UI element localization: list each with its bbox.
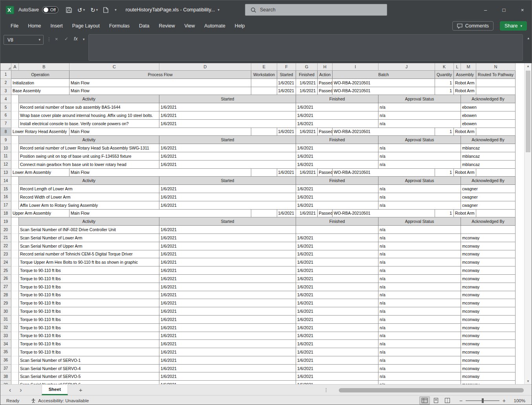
- row-header-39[interactable]: 39: [0, 381, 11, 384]
- row-header-25[interactable]: 25: [0, 266, 11, 275]
- tabbar-more-icon[interactable]: ⋮: [324, 387, 329, 393]
- view-normal-button[interactable]: [419, 396, 430, 405]
- menu-home[interactable]: Home: [23, 21, 46, 31]
- cell-C18[interactable]: Main Flow: [69, 210, 251, 218]
- cell-L2[interactable]: Robot Arm: [454, 79, 476, 87]
- cell-H13[interactable]: Passed: [318, 169, 333, 177]
- cell-A22[interactable]: [11, 242, 19, 250]
- cell-A23[interactable]: [11, 250, 19, 259]
- cell-G2[interactable]: 1/6/2021: [296, 79, 318, 87]
- cell-D26[interactable]: 1/6/2021: [159, 275, 296, 283]
- horizontal-scrollbar[interactable]: [334, 385, 529, 396]
- cell-B10[interactable]: Record serial number of Lower Rotary Hea…: [19, 144, 159, 152]
- cell-D24[interactable]: 1/6/2021: [159, 258, 296, 266]
- function-dropdown-icon[interactable]: ▾: [83, 38, 85, 41]
- cell-A4[interactable]: [11, 95, 19, 103]
- close-button[interactable]: ×: [513, 0, 532, 19]
- row-header-8[interactable]: 8: [0, 128, 11, 136]
- cell-J14[interactable]: Approval Status: [378, 177, 461, 185]
- cell-D15[interactable]: 1/6/2021: [159, 185, 296, 193]
- column-header-K[interactable]: K: [435, 63, 454, 71]
- cell-H3[interactable]: Passed: [318, 87, 333, 95]
- view-page-layout-button[interactable]: [431, 396, 441, 405]
- cell-A30[interactable]: [11, 307, 19, 316]
- menu-file[interactable]: File: [6, 21, 23, 31]
- cell-G20[interactable]: [296, 226, 378, 234]
- redo-button[interactable]: ↻ ▾: [88, 5, 100, 15]
- cell-G28[interactable]: 1/6/2021: [296, 291, 378, 299]
- cell-D14[interactable]: Started: [159, 177, 296, 185]
- cell-J15[interactable]: n/a: [378, 185, 461, 193]
- cell-D5[interactable]: 1/6/2021: [159, 103, 296, 111]
- cell-G13[interactable]: 1/6/2021: [296, 169, 318, 177]
- cell-J25[interactable]: n/a: [378, 266, 461, 275]
- cell-H2[interactable]: Passed: [318, 79, 333, 87]
- cell-D7[interactable]: 1/6/2021: [159, 120, 296, 128]
- row-header-14[interactable]: 14: [0, 177, 11, 185]
- row-header-17[interactable]: 17: [0, 201, 11, 210]
- cell-G31[interactable]: 1/6/2021: [296, 316, 378, 324]
- row-header-35[interactable]: 35: [0, 348, 11, 356]
- cell-H8[interactable]: Passed: [318, 128, 333, 136]
- cell-C13[interactable]: Main Flow: [69, 169, 251, 177]
- cell-J26[interactable]: n/a: [378, 275, 461, 283]
- row-header-7[interactable]: 7: [0, 120, 11, 128]
- cell-A15[interactable]: [11, 185, 19, 193]
- cell-M17[interactable]: cwagner: [461, 201, 516, 210]
- cell-D6[interactable]: 1/6/2021: [159, 111, 296, 120]
- cell-G18[interactable]: 1/6/2021: [296, 210, 318, 218]
- cell-C8[interactable]: Main Flow: [69, 128, 251, 136]
- horizontal-scroll-thumb[interactable]: [339, 388, 524, 392]
- cell-J17[interactable]: n/a: [378, 201, 461, 210]
- menu-page-layout[interactable]: Page Layout: [68, 21, 104, 31]
- cell-A20[interactable]: [11, 226, 19, 234]
- cell-J37[interactable]: n/a: [378, 365, 461, 373]
- cell-D29[interactable]: 1/6/2021: [159, 299, 296, 307]
- row-header-19[interactable]: 19: [0, 217, 11, 226]
- cell-J24[interactable]: n/a: [378, 258, 461, 266]
- cell-A16[interactable]: [11, 193, 19, 201]
- row-header-21[interactable]: 21: [0, 234, 11, 242]
- cell-M38[interactable]: mconway: [461, 372, 516, 381]
- cell-M20[interactable]: [461, 226, 516, 234]
- cell-B34[interactable]: Torque to 90-110 ft lbs: [19, 340, 159, 348]
- cell-A14[interactable]: [11, 177, 19, 185]
- column-header-C[interactable]: C: [69, 63, 159, 71]
- cell-N2[interactable]: [476, 79, 516, 87]
- cell-B31[interactable]: Torque to 90-110 ft lbs: [19, 316, 159, 324]
- cell-B33[interactable]: Torque to 90-110 ft lbs: [19, 332, 159, 340]
- cell-A21[interactable]: [11, 234, 19, 242]
- cell-B25[interactable]: Torque to 90-110 ft lbs: [19, 266, 159, 275]
- cell-I13[interactable]: WO-RBA-20210501: [333, 169, 435, 177]
- column-header-I[interactable]: I: [333, 63, 378, 71]
- cell-J38[interactable]: n/a: [378, 372, 461, 381]
- name-box[interactable]: ▾: [4, 35, 44, 45]
- cell-B19[interactable]: Activity: [19, 217, 159, 226]
- cell-B14[interactable]: Activity: [19, 177, 159, 185]
- cell-G12[interactable]: 1/6/2021: [296, 161, 378, 169]
- cell-G19[interactable]: Finished: [296, 217, 378, 226]
- cell-J11[interactable]: n/a: [378, 152, 461, 161]
- cell-A31[interactable]: [11, 316, 19, 324]
- search-box[interactable]: [245, 4, 387, 16]
- cell-L3[interactable]: Robot Arm: [454, 87, 476, 95]
- cell-D20[interactable]: 1/6/2021: [159, 226, 296, 234]
- cell-J31[interactable]: n/a: [378, 316, 461, 324]
- column-header-L[interactable]: L: [454, 63, 461, 71]
- cell-B37[interactable]: Scan Serial Number of SERVO-4: [19, 365, 159, 373]
- cell-K3[interactable]: 1: [435, 87, 454, 95]
- zoom-slider[interactable]: [466, 397, 499, 405]
- cell-M21[interactable]: mconway: [461, 234, 516, 242]
- cell-D23[interactable]: 1/6/2021: [159, 250, 296, 259]
- menu-data[interactable]: Data: [134, 21, 154, 31]
- cell-M26[interactable]: mconway: [461, 275, 516, 283]
- zoom-level[interactable]: 100%: [509, 398, 525, 403]
- column-header-D[interactable]: D: [159, 63, 251, 71]
- cancel-entry-icon[interactable]: ×: [55, 36, 58, 42]
- row-header-1[interactable]: 1: [0, 71, 11, 79]
- row-header-31[interactable]: 31: [0, 316, 11, 324]
- row-header-4[interactable]: 4: [0, 95, 11, 103]
- cell-B35[interactable]: Torque to 90-110 ft lbs: [19, 348, 159, 356]
- cell-D17[interactable]: 1/6/2021: [159, 201, 296, 210]
- cell-B32[interactable]: Torque to 90-110 ft lbs: [19, 324, 159, 332]
